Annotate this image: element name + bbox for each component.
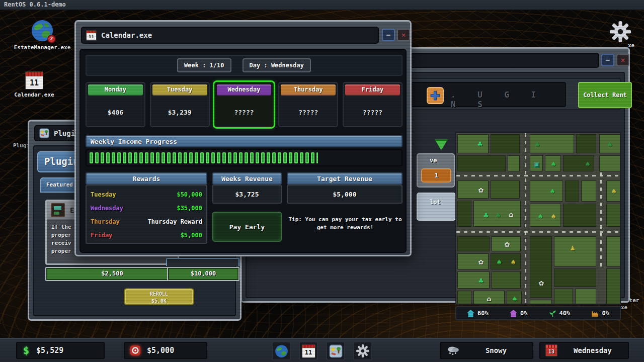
map-parcel[interactable]: ♠	[507, 291, 522, 305]
day-card-friday[interactable]: Friday?????	[343, 82, 403, 127]
calendar-icon: 11	[302, 344, 315, 358]
house-icon	[510, 310, 517, 317]
improve-count-button[interactable]: 1	[421, 168, 451, 183]
calendar-window[interactable]: 11 Calendar.exe − ✕ Week : 1/10 Day : We…	[74, 20, 412, 256]
taskbar-estatemanager-button[interactable]	[272, 341, 291, 360]
tree-icon: ♠	[550, 161, 556, 167]
map-parcel[interactable]	[576, 134, 596, 153]
map-parcel[interactable]	[457, 236, 490, 251]
weekly-income-progress-header: Weekly Income Progress	[86, 135, 403, 147]
reroll-button[interactable]: REROLL $5.0K	[124, 288, 194, 305]
map-parcel[interactable]: ✿	[492, 236, 521, 251]
reward-value: $5,000	[181, 232, 202, 239]
map-parcel[interactable]: ♠♠	[491, 253, 521, 269]
map-parcel[interactable]: ✿	[457, 180, 489, 199]
target-value: $5,000	[147, 346, 174, 355]
day-card-wednesday[interactable]: Wednesday?????	[214, 82, 274, 127]
plot-card[interactable]: lot	[417, 193, 456, 221]
map-parcel[interactable]	[563, 204, 596, 227]
map-parcel[interactable]	[565, 180, 579, 202]
map-parcel[interactable]: ✿	[457, 253, 489, 269]
taskbar-calendar-button[interactable]: 11	[299, 341, 318, 360]
desktop-icon-estatemanager[interactable]: 2 EstateManager.exe	[9, 19, 75, 51]
map-parcel[interactable]: ♠	[606, 180, 621, 202]
taskbar-settings-button[interactable]	[353, 341, 372, 360]
improve-card[interactable]: ve 1	[417, 153, 455, 188]
calendar-titlebar[interactable]: 11 Calendar.exe	[81, 27, 379, 44]
day-card-monday[interactable]: Monday$486	[86, 82, 145, 127]
calendar-content: Week : 1/10 Day : Wednesday Monday$486Tu…	[79, 49, 407, 253]
reward-day: Tuesday	[91, 191, 116, 198]
map-parcel[interactable]	[491, 134, 520, 153]
map-parcel[interactable]: ♠	[530, 134, 574, 153]
plugin-add-icon[interactable]	[427, 87, 444, 104]
day-chip[interactable]: Day : Wednesday	[243, 58, 311, 72]
plugin-icon	[39, 128, 49, 138]
buy-plugin-button[interactable]: $2,500	[45, 267, 179, 281]
collect-rent-button[interactable]: Collect Rent	[578, 82, 632, 108]
map-parcel[interactable]	[581, 180, 596, 202]
reward-day: Thursday	[91, 218, 120, 225]
filter-icon[interactable]	[435, 139, 448, 150]
reroll-label: REROLL	[125, 291, 193, 298]
map-parcel[interactable]	[554, 289, 573, 305]
map-parcel[interactable]	[508, 155, 520, 171]
map-parcel[interactable]	[606, 204, 621, 227]
progress-segment	[217, 152, 220, 163]
map-parcel[interactable]: ♣♠⌂	[473, 201, 521, 227]
close-button[interactable]: ✕	[397, 29, 410, 41]
date-display: 13 Wednesday	[539, 342, 629, 359]
map-parcel[interactable]: ♟	[554, 236, 596, 266]
week-chip[interactable]: Week : 1/10	[177, 58, 231, 72]
map-parcel[interactable]: ♣	[457, 134, 489, 153]
day-card-value: $486	[87, 98, 144, 126]
day-card-tuesday[interactable]: Tuesday$3,239	[150, 82, 210, 127]
flower-icon: ✿	[478, 187, 484, 194]
map-parcel[interactable]: ♠	[545, 155, 561, 171]
progress-segment	[278, 152, 281, 163]
map-parcel[interactable]: ⌂	[473, 291, 505, 305]
map-parcel[interactable]: ♣	[457, 272, 490, 289]
map-parcel[interactable]	[530, 300, 552, 305]
map-parcel[interactable]	[606, 268, 621, 305]
pay-early-button[interactable]: Pay Early	[212, 212, 282, 242]
close-button[interactable]: ✕	[616, 54, 629, 66]
map-parcel[interactable]	[457, 201, 471, 227]
progress-segment	[206, 152, 209, 163]
desktop-icon-calendar[interactable]: 11 Calendar.exe	[9, 71, 59, 98]
map-stat-house: 60%	[467, 310, 489, 317]
map-parcel[interactable]: ♠	[563, 155, 594, 171]
map-parcel[interactable]	[606, 236, 621, 266]
plugin-icon	[329, 344, 343, 358]
minimize-button[interactable]: −	[601, 54, 614, 66]
map-parcel[interactable]: ✿	[530, 236, 552, 298]
map-parcel[interactable]	[575, 289, 596, 305]
progress-segment	[245, 152, 248, 163]
map-parcel[interactable]: ♠	[530, 180, 563, 202]
map-parcel[interactable]	[457, 291, 471, 305]
road-centerline	[525, 133, 526, 305]
progress-segment	[305, 152, 309, 163]
flower-icon: ✿	[505, 241, 510, 248]
plant-icon: ♣	[478, 278, 484, 284]
calendar-icon: 13	[545, 344, 557, 356]
taskbar-pluginlibrary-button[interactable]	[326, 341, 345, 360]
map-parcel[interactable]: ▣	[530, 155, 543, 171]
map-stats: 60%0%40%0%	[455, 306, 621, 320]
map-parcel[interactable]	[492, 272, 521, 289]
estate-map[interactable]: ♣♠♠▣♠♠✿♠♠♣♠⌂♠♠✿✿♠♠♣⌂♠✿♟	[455, 132, 621, 305]
map-parcel[interactable]	[599, 155, 621, 171]
buy-plugin-2-button[interactable]: $10,000	[167, 267, 239, 281]
box-icon: ▣	[534, 161, 540, 167]
map-parcel[interactable]: ♠♠	[530, 204, 561, 227]
day-card-thursday[interactable]: Thursday?????	[278, 82, 338, 127]
map-parcel[interactable]	[491, 180, 520, 199]
plugin-card-2-fragment[interactable]	[166, 258, 239, 266]
target-revenue-header: Target Revenue	[287, 172, 403, 185]
minimize-button[interactable]: −	[382, 29, 395, 41]
progress-bar	[86, 149, 403, 166]
map-parcel[interactable]	[457, 155, 506, 171]
desktop-icon-settings[interactable]	[610, 21, 631, 44]
map-parcel[interactable]: ♠	[599, 134, 621, 153]
map-parcel[interactable]	[554, 268, 596, 287]
